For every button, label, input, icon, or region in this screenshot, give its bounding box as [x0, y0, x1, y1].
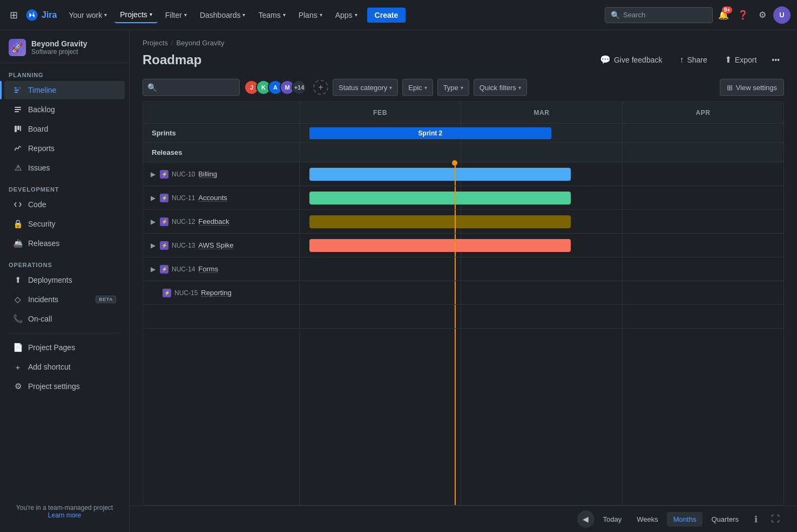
sidebar-item-label: Project settings — [28, 382, 116, 391]
sidebar-item-oncall[interactable]: 📞 On-call — [4, 310, 125, 328]
feedback-icon: 💬 — [600, 54, 611, 65]
quarters-button[interactable]: Quarters — [705, 512, 745, 527]
settings-icon: ⊞ — [727, 84, 733, 92]
sidebar-item-issues[interactable]: ⚠ Issues — [4, 159, 125, 177]
sidebar-item-label: Deployments — [28, 276, 116, 284]
nav-projects[interactable]: Projects ▾ — [114, 7, 158, 23]
sidebar-item-timeline[interactable]: Timeline — [4, 81, 125, 99]
nav-apps[interactable]: Apps ▾ — [330, 8, 363, 23]
project-icon: 🚀 — [9, 39, 26, 56]
quick-filters[interactable]: Quick filters ▾ — [474, 79, 527, 96]
sidebar-item-add-shortcut[interactable]: + Add shortcut — [4, 358, 125, 376]
expand-button[interactable]: ▶ — [150, 217, 157, 227]
navigate-back-button[interactable]: ◀ — [577, 510, 595, 528]
month-mar: MAR — [461, 102, 623, 123]
weeks-button[interactable]: Weeks — [630, 512, 665, 527]
export-button[interactable]: ⬆ Export — [718, 51, 763, 68]
breadcrumb: Projects / Beyond Gravity — [143, 39, 784, 47]
issue-key: NUC-12 — [172, 218, 195, 226]
sidebar-item-label: Board — [28, 125, 116, 133]
sidebar-project-header: 🚀 Beyond Gravity Software project — [0, 30, 129, 63]
type-filter[interactable]: Type ▾ — [437, 79, 469, 96]
issue-key: NUC-11 — [172, 194, 195, 202]
roadmap-search-input[interactable]: 🔍 — [143, 79, 240, 96]
oncall-icon: 📞 — [13, 314, 23, 324]
expand-button[interactable]: ▶ — [150, 264, 157, 274]
jira-logo[interactable]: Jira — [25, 9, 57, 22]
gantt-bar-aws-spike[interactable] — [309, 239, 571, 252]
create-button[interactable]: Create — [367, 8, 406, 23]
nav-dashboards[interactable]: Dashboards ▾ — [194, 8, 251, 23]
sidebar-item-reports[interactable]: Reports — [4, 139, 125, 158]
sidebar-item-label: Reports — [28, 144, 116, 153]
more-options-button[interactable]: ••• — [767, 52, 784, 67]
fullscreen-button[interactable]: ⛶ — [767, 510, 784, 528]
expand-button[interactable]: ▶ — [150, 169, 157, 179]
sidebar-item-backlog[interactable]: Backlog — [4, 100, 125, 119]
issue-name[interactable]: AWS Spike — [198, 241, 233, 249]
sidebar-item-incidents[interactable]: ◇ Incidents BETA — [4, 290, 125, 309]
expand-button[interactable]: ▶ — [150, 193, 157, 203]
epic-filter[interactable]: Epic ▾ — [402, 79, 433, 96]
avatar-extra-count[interactable]: +14 — [292, 80, 307, 95]
learn-more-link[interactable]: Learn more — [48, 511, 81, 519]
status-category-filter[interactable]: Status category ▾ — [333, 79, 398, 96]
issue-name[interactable]: Forms — [198, 265, 218, 273]
table-row: ▶ ⚡ NUC-11 Accounts — [143, 186, 784, 210]
grid-icon[interactable]: ⊞ — [6, 6, 21, 24]
info-button[interactable]: ℹ — [747, 510, 765, 528]
view-settings-button[interactable]: ⊞ View settings — [720, 79, 784, 96]
releases-header-row: Releases — [143, 143, 784, 162]
issue-name[interactable]: Accounts — [198, 194, 227, 202]
nav-filter[interactable]: Filter ▾ — [160, 8, 192, 23]
pages-icon: 📄 — [13, 343, 23, 352]
breadcrumb-project-link[interactable]: Beyond Gravity — [177, 39, 225, 47]
gantt-bar-feedback[interactable] — [309, 215, 571, 228]
table-row: ▶ ⚡ NUC-14 Forms — [143, 257, 784, 281]
sidebar-item-label: Add shortcut — [28, 363, 116, 371]
search-icon: 🔍 — [147, 83, 157, 92]
gantt-bar-accounts[interactable] — [309, 192, 571, 204]
svg-rect-8 — [17, 126, 19, 130]
sidebar-item-project-settings[interactable]: ⚙ Project settings — [4, 377, 125, 395]
sprints-content: Sprint 2 — [300, 124, 784, 142]
nav-plans[interactable]: Plans ▾ — [293, 8, 328, 23]
issue-name[interactable]: Billing — [198, 170, 217, 178]
gantt-bar-billing[interactable] — [309, 168, 571, 181]
give-feedback-button[interactable]: 💬 Give feedback — [593, 51, 669, 68]
user-avatar[interactable]: U — [773, 6, 791, 24]
sidebar-item-board[interactable]: Board — [4, 120, 125, 138]
nav-teams[interactable]: Teams ▾ — [253, 8, 291, 23]
settings-button[interactable]: ⚙ — [754, 6, 771, 24]
gantt-row-bars — [300, 186, 784, 209]
notifications-button[interactable]: 🔔 9+ — [715, 6, 732, 24]
sidebar-item-deployments[interactable]: ⬆ Deployments — [4, 271, 125, 289]
search-bar[interactable]: 🔍 Search — [605, 7, 713, 23]
chevron-down-icon: ▾ — [242, 12, 245, 18]
sprint-bar[interactable]: Sprint 2 — [309, 127, 551, 139]
gantt-body: Sprints Sprint 2 Releases — [143, 124, 784, 505]
main-layout: 🚀 Beyond Gravity Software project PLANNI… — [0, 30, 797, 532]
svg-rect-9 — [20, 126, 21, 131]
sidebar-item-project-pages[interactable]: 📄 Project Pages — [4, 338, 125, 357]
chevron-down-icon: ▾ — [184, 12, 187, 18]
nav-right-icons: 🔔 9+ ❓ ⚙ U — [715, 6, 791, 24]
nav-your-work[interactable]: Your work ▾ — [63, 8, 112, 23]
breadcrumb-projects-link[interactable]: Projects — [143, 39, 168, 47]
chevron-down-icon: ▾ — [355, 12, 357, 18]
svg-rect-4 — [15, 107, 21, 108]
share-button[interactable]: ↑ Share — [673, 52, 713, 68]
gantt-row-bars — [300, 234, 784, 257]
months-button[interactable]: Months — [667, 512, 703, 527]
issue-name[interactable]: Reporting — [201, 289, 231, 297]
sidebar-item-code[interactable]: Code — [4, 195, 125, 214]
add-assignee-button[interactable]: + — [313, 80, 328, 95]
chevron-down-icon: ▾ — [150, 11, 152, 17]
expand-button[interactable]: ▶ — [150, 241, 157, 250]
help-button[interactable]: ❓ — [734, 6, 752, 24]
sidebar-item-security[interactable]: 🔒 Security — [4, 215, 125, 233]
sidebar-item-releases[interactable]: 🚢 Releases — [4, 234, 125, 253]
gantt-row-bars — [300, 257, 784, 281]
issue-name[interactable]: Feedback — [198, 217, 229, 226]
today-button[interactable]: Today — [597, 512, 629, 527]
